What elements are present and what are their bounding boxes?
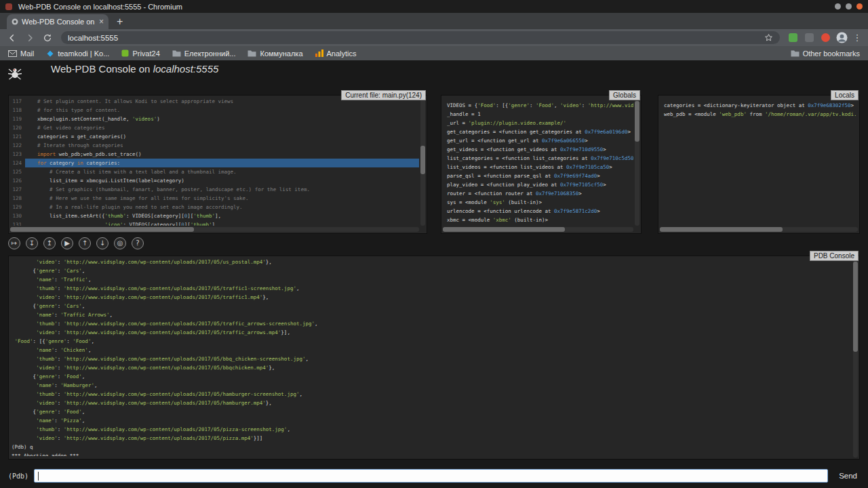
continue-button[interactable]: ▶ [61,237,73,249]
bookmark-privat24[interactable]: Privat24 [121,49,159,58]
output-line: 'video': 'http://www.vidsplay.com/wp-con… [12,293,852,302]
command-input-field[interactable] [34,469,828,483]
line-number: 123 [10,150,25,159]
console-vertical-scrollbar[interactable] [853,258,858,458]
maximize-button[interactable] [846,3,852,9]
scrollbar-thumb[interactable] [660,227,783,232]
browser-menu-icon[interactable]: ⋮ [852,33,863,43]
web-pdb-page: Web-PDB Console on localhost:5555 Curren… [0,60,868,488]
code-view[interactable]: 117 # Set plugin content. It allows Kodi… [10,97,419,226]
globals-list[interactable]: VIDEOS = {'Food': [{'genre': 'Food', 'vi… [447,101,633,226]
return-button[interactable]: ↥ [43,237,56,249]
output-line: (Pdb) q [12,443,852,451]
scrollbar-thumb[interactable] [420,146,425,174]
output-line: 'thumb': 'http://www.vidsplay.com/wp-con… [12,425,852,434]
output-line: 'name': 'Traffic', [12,275,852,284]
output-line: list_videos = <function list_videos at 0… [447,163,633,171]
next-button[interactable]: ↦ [8,237,20,249]
help-button[interactable]: ? [132,237,144,249]
globals-vertical-scrollbar[interactable] [635,97,639,226]
where-button[interactable]: ◎ [114,237,126,249]
scrollbar-thumb[interactable] [10,227,194,232]
locals-horizontal-scrollbar[interactable] [660,227,858,232]
output-line: 'name': 'Chicken', [12,346,852,354]
page-title-host: localhost:5555 [153,63,219,75]
down-button[interactable]: ↓ [96,237,108,249]
address-bar[interactable]: localhost:5555 [61,31,780,44]
output-line: 'video': 'http://www.vidsplay.com/wp-con… [12,328,852,337]
current-file-label: Current file: main.py(124) [341,90,426,100]
bookmark-mail[interactable]: Mail [8,49,34,58]
extension-icon-1[interactable] [787,32,799,44]
line-number: 120 [10,123,25,132]
window-close-button[interactable] [856,3,863,9]
locals-list[interactable]: categories = <dictionary-keyiterator obj… [664,101,856,226]
line-number: 130 [10,211,25,220]
bookmark-label: Електронний... [184,49,236,58]
output-line: 'thumb': 'http://www.vidsplay.com/wp-con… [12,390,852,399]
line-number: 128 [10,194,25,203]
code-line: 127 # Set graphics (thumbnail, fanart, b… [10,185,419,194]
bookmark-label: Privat24 [132,49,159,58]
output-line: _url = 'plugin://plugin.video.example/' [447,119,633,127]
bookmark-kommunalka[interactable]: Коммуналка [248,49,302,58]
other-bookmarks[interactable]: Other bookmarks [791,49,860,58]
back-icon[interactable] [5,31,19,45]
output-line: _handle = 1 [447,110,633,119]
forward-icon[interactable] [23,31,37,45]
code-line: 122 # Iterate through categories [10,141,419,150]
minimize-button[interactable] [835,3,841,9]
new-tab-button[interactable]: + [117,16,123,27]
bookmark-teamkodi[interactable]: teamkodi | Ko... [46,49,109,58]
tab-close-icon[interactable]: × [99,18,104,26]
reload-icon[interactable] [41,31,54,45]
locals-label: Locals [831,90,859,100]
bookmark-label: Коммуналка [260,49,302,58]
text-caret [38,472,39,481]
extension-icon-2[interactable] [803,32,815,44]
bookmark-analytics[interactable]: Analytics [315,49,357,58]
bookmark-label: Analytics [327,49,357,58]
step-button[interactable]: ↧ [26,237,38,249]
output-line: get_url = <function get_url at 0x7f9e6a0… [447,136,633,145]
browser-toolbar: localhost:5555 ⋮ [0,29,868,46]
code-vertical-scrollbar[interactable] [420,97,425,226]
output-line: xbmc = <module 'xbmc' (built-in)> [447,216,633,224]
code-horizontal-scrollbar[interactable] [10,227,419,232]
output-line: get_categories = <function get_categorie… [447,127,633,136]
page-header [7,64,23,82]
output-line: {'genre': 'Food', [12,407,852,416]
extension-icon-3[interactable] [819,32,831,44]
page-title: Web-PDB Console on localhost:5555 [51,63,218,75]
code-line: 131 'icon': VIDEOS[category][0]['thumb']… [10,220,419,226]
console-output[interactable]: 'video': 'http://www.vidsplay.com/wp-con… [12,258,852,456]
output-line: sys = <module 'sys' (built-in)> [447,198,633,207]
scrollbar-thumb[interactable] [853,262,858,352]
line-number: 125 [10,167,25,176]
tab-favicon [12,18,18,25]
line-number: 119 [10,115,25,123]
output-line: 'video': 'http://www.vidsplay.com/wp-con… [12,399,852,407]
up-button[interactable]: ↑ [79,237,91,249]
output-line: web_pdb = <module 'web_pdb' from '/home/… [664,110,856,119]
bookmark-star-icon[interactable] [764,33,773,42]
os-titlebar: Web-PDB Console on localhost:5555 - Chro… [0,0,868,13]
scrollbar-thumb[interactable] [443,227,565,232]
line-number: 131 [10,220,25,226]
browser-tab[interactable]: Web-PDB Console on localhost:5555 × [7,14,108,29]
prompt-row: (Pdb) Send [8,468,860,484]
bookmark-electronic[interactable]: Електронний... [172,49,236,58]
output-line: 'video': 'http://www.vidsplay.com/wp-con… [12,434,852,443]
output-line: 'thumb': 'http://www.vidsplay.com/wp-con… [12,284,852,293]
folder-icon [248,50,256,57]
scrollbar-thumb[interactable] [635,101,639,142]
avatar[interactable] [835,32,848,44]
code-line: 126 list_item = xbmcgui.ListItem(label=c… [10,176,419,185]
code-line: 118 # for this type of content. [10,106,419,115]
kodi-icon [46,49,54,58]
send-button[interactable]: Send [836,470,860,481]
url-text[interactable]: localhost:5555 [68,34,759,42]
pdb-command-input[interactable] [35,470,827,482]
output-line: 'name': 'Pizza', [12,416,852,425]
globals-horizontal-scrollbar[interactable] [443,227,633,232]
